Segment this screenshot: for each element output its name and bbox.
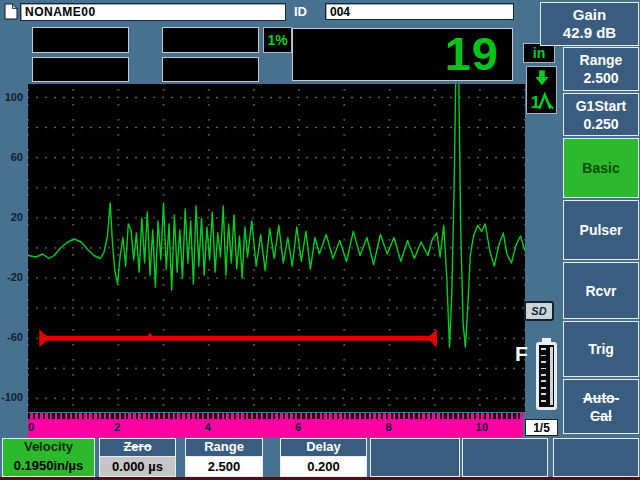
battery-full-label: F: [515, 342, 528, 366]
device-screen: NONAME00 ID 004 1% 19 in 1 1006020-20-60…: [0, 0, 640, 480]
ascan-trace: [28, 84, 525, 347]
param-empty-button-1: [370, 438, 460, 477]
ascan-plot: [28, 84, 525, 412]
sidebar-pulser-button[interactable]: Pulser: [563, 200, 639, 260]
y-tick-label: 60: [0, 151, 23, 163]
gate1-peak-icon: 1: [526, 66, 557, 114]
file-icon: [4, 3, 18, 20]
sidebar-autocal-button[interactable]: Auto- Cal: [563, 379, 639, 434]
main-reading-value: 19: [445, 27, 499, 80]
filename-field[interactable]: NONAME00: [20, 3, 286, 21]
param-velocity-button[interactable]: Velocity 0.1950in/µs: [2, 438, 95, 477]
x-tick-label: 8: [385, 421, 391, 433]
x-tick-label: 10: [476, 421, 488, 433]
measure-box-2: [162, 27, 259, 53]
y-tick-label: -60: [0, 331, 23, 343]
y-tick-label: -20: [0, 271, 23, 283]
page-indicator: 1/5: [525, 419, 558, 436]
sidebar-rcvr-button[interactable]: Rcvr: [563, 262, 639, 319]
measure-box-1: [32, 27, 129, 53]
x-tick-label: 0: [28, 421, 34, 433]
param-empty-button-2: [462, 438, 548, 477]
battery-icon: [536, 342, 557, 410]
param-delay-button[interactable]: Delay 0.200: [280, 438, 367, 477]
sidebar-range-button[interactable]: Range 2.500: [563, 47, 639, 91]
amplitude-badge: 1%: [263, 27, 292, 53]
y-tick-label: 100: [0, 91, 23, 103]
id-field[interactable]: 004: [325, 3, 514, 20]
sidebar-basic-button[interactable]: Basic: [563, 138, 639, 198]
gate-left-cap: [39, 329, 49, 347]
x-tick-label: 6: [295, 421, 301, 433]
measure-box-3: [32, 57, 129, 82]
sidebar-empty-button: [553, 438, 639, 477]
param-zero-button[interactable]: Zero 0.000 µs: [99, 438, 176, 477]
y-axis: 1006020-20-60-100: [0, 84, 25, 412]
x-axis-ticks: [28, 413, 523, 419]
param-range-button[interactable]: Range 2.500: [185, 438, 263, 477]
down-arrow-icon: [539, 70, 545, 77]
sd-card-icon: SD: [524, 301, 554, 321]
y-tick-label: 20: [0, 211, 23, 223]
sidebar-gain-button[interactable]: Gain 42.9 dB: [540, 2, 639, 46]
sidebar-trig-button[interactable]: Trig: [563, 321, 639, 377]
main-reading-box: 19: [292, 28, 513, 81]
sidebar-g1start-button[interactable]: G1Start 0.250: [563, 93, 639, 136]
gate-right-cap: [427, 329, 437, 347]
svg-text:1: 1: [531, 93, 540, 112]
unit-badge: in: [523, 43, 555, 63]
id-label: ID: [294, 4, 307, 19]
y-tick-label: -100: [0, 391, 23, 403]
x-tick-label: 4: [205, 421, 211, 433]
x-axis: 0246810: [28, 413, 523, 437]
x-tick-label: 2: [114, 421, 120, 433]
measure-box-4: [162, 57, 259, 82]
